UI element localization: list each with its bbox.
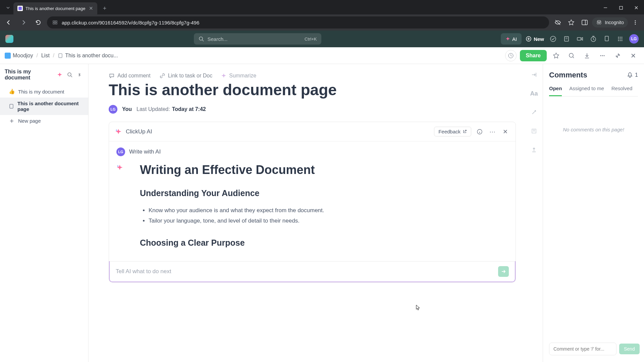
breadcrumb-separator: / [53, 53, 54, 59]
sidebar-item-new-page[interactable]: New page [0, 115, 88, 127]
search-shortcut: Ctrl+K [305, 37, 317, 42]
ai-close-icon[interactable]: ✕ [501, 127, 509, 136]
new-tab-button[interactable]: + [100, 4, 109, 13]
back-button[interactable] [3, 16, 15, 28]
close-doc-icon[interactable] [627, 50, 639, 62]
url-text: app.clickup.com/9016164592/v/dc/8cpfg7g-… [62, 20, 199, 25]
feedback-button[interactable]: Feedback [434, 127, 471, 136]
new-button[interactable]: New [526, 36, 544, 42]
comments-tabs: Open Assigned to me Resolved [549, 85, 638, 97]
summarize-action[interactable]: Summarize [221, 73, 256, 79]
sidebar-search-icon[interactable] [66, 71, 73, 78]
share-button[interactable]: Share [520, 50, 547, 61]
svg-rect-2 [620, 6, 623, 9]
svg-point-12 [635, 22, 636, 23]
link-task-action[interactable]: Link to task or Doc [159, 73, 213, 79]
check-circle-icon[interactable] [549, 35, 557, 43]
sidebar-item-label: New page [18, 118, 41, 124]
svg-point-25 [620, 37, 621, 38]
tab-open[interactable]: Open [549, 85, 562, 96]
collapse-sidebar-icon[interactable] [76, 71, 84, 78]
browser-menu-icon[interactable] [629, 16, 641, 28]
comment-icon [109, 73, 115, 79]
doc-header: Moodjoy / List / This is another docu...… [0, 47, 644, 64]
tab-favicon [17, 6, 23, 11]
site-info-icon[interactable] [52, 20, 58, 25]
ai-send-button[interactable] [498, 266, 509, 277]
tab-close-icon[interactable]: ✕ [89, 5, 93, 11]
info-icon[interactable] [475, 127, 484, 136]
doc-sidebar: This is my document 👍 This is my documen… [0, 64, 89, 362]
ai-card-title: ClickUp AI [126, 128, 430, 135]
comment-input-row: Send [549, 343, 638, 355]
svg-point-40 [68, 73, 71, 76]
bookmark-star-icon[interactable] [565, 16, 577, 28]
svg-rect-0 [18, 7, 22, 10]
tab-resolved[interactable]: Resolved [611, 85, 633, 96]
svg-line-41 [71, 76, 72, 77]
timer-icon[interactable] [589, 35, 598, 43]
browser-tab[interactable]: This is another document page ✕ [13, 2, 97, 14]
notepad-icon[interactable] [562, 35, 571, 43]
svg-rect-4 [55, 21, 57, 22]
star-icon[interactable] [550, 50, 562, 62]
add-comment-action[interactable]: Add comment [109, 73, 151, 79]
ai-more-icon[interactable]: ⋯ [488, 127, 497, 136]
svg-rect-42 [10, 104, 13, 108]
summarize-label: Summarize [229, 73, 256, 79]
comment-send-button[interactable]: Send [619, 344, 640, 354]
sparkle-icon [116, 164, 123, 171]
svg-point-31 [620, 40, 621, 41]
url-input[interactable]: app.clickup.com/9016164592/v/dc/8cpfg7g-… [47, 16, 549, 28]
user-avatar[interactable]: LG [629, 34, 639, 44]
comment-search-icon[interactable] [566, 50, 578, 62]
window-close-icon[interactable] [629, 1, 644, 14]
reload-button[interactable] [32, 16, 44, 28]
author-name: You [122, 106, 132, 112]
sidebar-item-my-document[interactable]: 👍 This is my document [0, 85, 88, 98]
incognito-indicator[interactable]: Incognito [592, 17, 628, 27]
sidebar-item-another-page[interactable]: This is another document page [0, 98, 88, 115]
notification-badge[interactable]: 1 [627, 72, 638, 78]
ai-prompt-input[interactable] [116, 268, 494, 275]
sparkle-icon[interactable] [56, 71, 63, 78]
thumbs-up-icon: 👍 [9, 88, 15, 95]
svg-point-30 [618, 40, 619, 41]
doc-actions-row: Add comment Link to task or Doc Summariz… [109, 73, 516, 79]
search-placeholder: Search... [207, 36, 227, 42]
ai-button[interactable]: AI [501, 33, 522, 45]
svg-rect-21 [577, 38, 581, 40]
breadcrumb-list[interactable]: List [41, 53, 50, 59]
comment-input[interactable] [549, 343, 616, 355]
doc-title[interactable]: This is another document page [109, 81, 516, 99]
apps-grid-icon[interactable] [616, 35, 625, 43]
ai-body[interactable]: LG Write with AI Writing an Effective Do… [109, 141, 516, 261]
tab-title: This is another document page [25, 6, 86, 11]
collapse-icon[interactable] [612, 50, 624, 62]
breadcrumb-workspace[interactable]: Moodjoy [5, 53, 33, 59]
forward-button[interactable] [17, 16, 30, 28]
window-maximize-icon[interactable] [613, 1, 629, 14]
svg-point-37 [600, 55, 601, 56]
download-icon[interactable] [581, 50, 593, 62]
global-search-input[interactable]: Search... Ctrl+K [194, 33, 321, 45]
svg-line-15 [202, 40, 204, 41]
side-panel-icon[interactable] [579, 16, 591, 28]
svg-point-13 [635, 24, 636, 25]
clickup-logo[interactable] [5, 35, 13, 43]
app-top-bar: Search... Ctrl+K AI New LG [0, 31, 644, 47]
author-avatar[interactable]: LG [109, 105, 117, 114]
svg-rect-7 [582, 20, 587, 25]
eye-off-icon[interactable] [552, 16, 564, 28]
svg-point-28 [620, 39, 621, 40]
more-icon[interactable] [596, 50, 608, 62]
tab-list-dropdown[interactable] [3, 2, 13, 13]
svg-rect-6 [55, 23, 57, 24]
window-minimize-icon[interactable] [598, 1, 613, 14]
history-icon[interactable] [505, 50, 517, 61]
svg-point-39 [604, 55, 605, 56]
breadcrumb-doc[interactable]: This is another docu... [58, 53, 118, 59]
docs-icon[interactable] [602, 35, 611, 43]
record-icon[interactable] [576, 35, 584, 43]
tab-assigned[interactable]: Assigned to me [569, 85, 604, 96]
